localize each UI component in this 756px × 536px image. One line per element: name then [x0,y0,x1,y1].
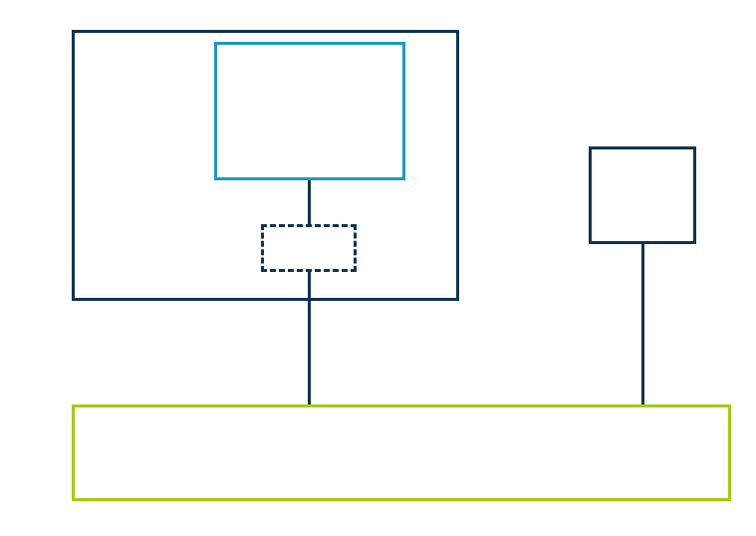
connector-right-to-green [641,244,644,404]
dashed-inner-box [261,224,357,272]
connector-cyan-to-dashed [308,180,311,224]
connector-dashed-to-green [308,272,311,404]
right-box [589,146,696,244]
green-bottom-box [72,404,731,501]
cyan-inner-box [214,42,405,180]
